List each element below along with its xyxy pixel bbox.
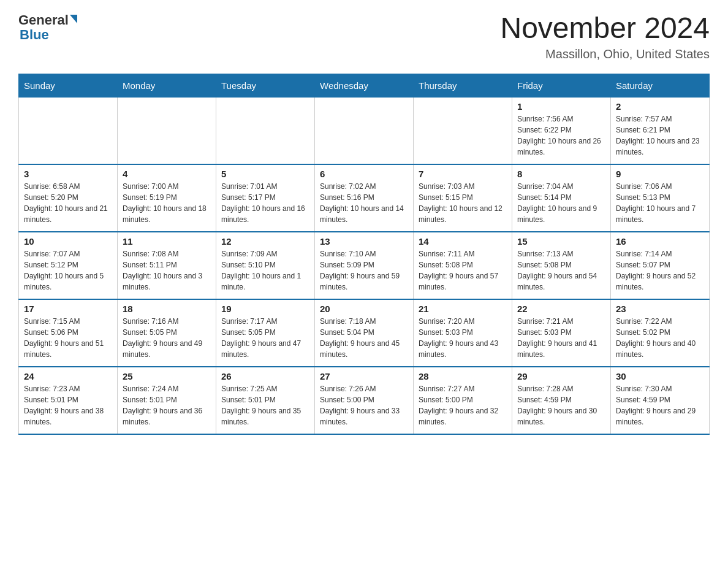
calendar-day-cell: 27Sunrise: 7:26 AMSunset: 5:00 PMDayligh…	[315, 367, 414, 434]
day-number: 5	[221, 169, 309, 179]
day-of-week-header: Friday	[512, 74, 611, 97]
calendar-day-cell: 9Sunrise: 7:06 AMSunset: 5:13 PMDaylight…	[611, 164, 710, 232]
calendar-day-cell: 20Sunrise: 7:18 AMSunset: 5:04 PMDayligh…	[315, 299, 414, 367]
day-info: Sunrise: 7:56 AMSunset: 6:22 PMDaylight:…	[517, 113, 605, 158]
day-info: Sunrise: 7:09 AMSunset: 5:10 PMDaylight:…	[221, 248, 309, 293]
day-info: Sunrise: 7:28 AMSunset: 4:59 PMDaylight:…	[517, 383, 605, 427]
logo-blue-text: Blue	[20, 27, 49, 43]
day-info: Sunrise: 7:04 AMSunset: 5:14 PMDaylight:…	[517, 181, 605, 225]
calendar-day-cell: 6Sunrise: 7:02 AMSunset: 5:16 PMDaylight…	[315, 164, 414, 232]
day-number: 3	[24, 169, 112, 179]
calendar-day-cell: 10Sunrise: 7:07 AMSunset: 5:12 PMDayligh…	[19, 232, 118, 299]
day-of-week-header: Thursday	[414, 74, 512, 97]
calendar-day-cell: 7Sunrise: 7:03 AMSunset: 5:15 PMDaylight…	[414, 164, 512, 232]
day-info: Sunrise: 7:25 AMSunset: 5:01 PMDaylight:…	[221, 383, 309, 427]
calendar-day-cell: 28Sunrise: 7:27 AMSunset: 5:00 PMDayligh…	[414, 367, 512, 434]
month-title: November 2024	[500, 12, 710, 45]
day-info: Sunrise: 7:26 AMSunset: 5:00 PMDaylight:…	[320, 383, 408, 427]
day-number: 13	[320, 236, 408, 247]
day-info: Sunrise: 7:06 AMSunset: 5:13 PMDaylight:…	[616, 181, 704, 225]
day-info: Sunrise: 7:01 AMSunset: 5:17 PMDaylight:…	[221, 181, 309, 225]
day-info: Sunrise: 7:23 AMSunset: 5:01 PMDaylight:…	[24, 383, 112, 427]
calendar-day-cell: 16Sunrise: 7:14 AMSunset: 5:07 PMDayligh…	[611, 232, 710, 299]
day-number: 10	[24, 236, 112, 247]
day-number: 2	[616, 101, 704, 112]
calendar-day-cell: 4Sunrise: 7:00 AMSunset: 5:19 PMDaylight…	[118, 164, 216, 232]
calendar-week-row: 1Sunrise: 7:56 AMSunset: 6:22 PMDaylight…	[19, 97, 710, 164]
day-info: Sunrise: 7:16 AMSunset: 5:05 PMDaylight:…	[123, 316, 211, 360]
day-number: 24	[24, 371, 112, 381]
day-info: Sunrise: 7:20 AMSunset: 5:03 PMDaylight:…	[419, 316, 507, 360]
day-info: Sunrise: 7:11 AMSunset: 5:08 PMDaylight:…	[419, 248, 507, 293]
day-number: 27	[320, 371, 408, 381]
day-info: Sunrise: 7:18 AMSunset: 5:04 PMDaylight:…	[320, 316, 408, 360]
day-info: Sunrise: 7:57 AMSunset: 6:21 PMDaylight:…	[616, 113, 704, 158]
calendar-day-cell: 3Sunrise: 6:58 AMSunset: 5:20 PMDaylight…	[19, 164, 118, 232]
calendar-day-cell: 19Sunrise: 7:17 AMSunset: 5:05 PMDayligh…	[216, 299, 315, 367]
day-number: 4	[123, 169, 211, 179]
day-number: 23	[616, 304, 704, 314]
calendar-day-cell: 24Sunrise: 7:23 AMSunset: 5:01 PMDayligh…	[19, 367, 118, 434]
calendar-day-cell: 18Sunrise: 7:16 AMSunset: 5:05 PMDayligh…	[118, 299, 216, 367]
calendar-day-cell: 29Sunrise: 7:28 AMSunset: 4:59 PMDayligh…	[512, 367, 611, 434]
calendar-header: SundayMondayTuesdayWednesdayThursdayFrid…	[19, 74, 710, 97]
day-number: 18	[123, 304, 211, 314]
calendar-week-row: 17Sunrise: 7:15 AMSunset: 5:06 PMDayligh…	[19, 299, 710, 367]
day-info: Sunrise: 6:58 AMSunset: 5:20 PMDaylight:…	[24, 181, 112, 225]
day-number: 14	[419, 236, 507, 247]
day-number: 30	[616, 371, 704, 381]
calendar-day-cell	[414, 97, 512, 164]
day-number: 19	[221, 304, 309, 314]
day-number: 22	[517, 304, 605, 314]
calendar-day-cell: 30Sunrise: 7:30 AMSunset: 4:59 PMDayligh…	[611, 367, 710, 434]
day-number: 9	[616, 169, 704, 179]
calendar-day-cell	[315, 97, 414, 164]
day-info: Sunrise: 7:14 AMSunset: 5:07 PMDaylight:…	[616, 248, 704, 293]
day-number: 6	[320, 169, 408, 179]
calendar-week-row: 24Sunrise: 7:23 AMSunset: 5:01 PMDayligh…	[19, 367, 710, 434]
day-info: Sunrise: 7:24 AMSunset: 5:01 PMDaylight:…	[123, 383, 211, 427]
calendar-day-cell: 2Sunrise: 7:57 AMSunset: 6:21 PMDaylight…	[611, 97, 710, 164]
calendar-day-cell: 23Sunrise: 7:22 AMSunset: 5:02 PMDayligh…	[611, 299, 710, 367]
day-info: Sunrise: 7:13 AMSunset: 5:08 PMDaylight:…	[517, 248, 605, 293]
day-number: 29	[517, 371, 605, 381]
day-of-week-header: Tuesday	[216, 74, 315, 97]
calendar-day-cell: 21Sunrise: 7:20 AMSunset: 5:03 PMDayligh…	[414, 299, 512, 367]
day-info: Sunrise: 7:02 AMSunset: 5:16 PMDaylight:…	[320, 181, 408, 225]
logo-general-text: General	[18, 12, 69, 28]
calendar-day-cell: 12Sunrise: 7:09 AMSunset: 5:10 PMDayligh…	[216, 232, 315, 299]
day-number: 17	[24, 304, 112, 314]
calendar-week-row: 3Sunrise: 6:58 AMSunset: 5:20 PMDaylight…	[19, 164, 710, 232]
calendar-day-cell	[118, 97, 216, 164]
day-number: 1	[517, 101, 605, 112]
calendar-week-row: 10Sunrise: 7:07 AMSunset: 5:12 PMDayligh…	[19, 232, 710, 299]
calendar-day-cell: 17Sunrise: 7:15 AMSunset: 5:06 PMDayligh…	[19, 299, 118, 367]
day-number: 15	[517, 236, 605, 247]
location-text: Massillon, Ohio, United States	[500, 47, 710, 61]
day-of-week-header: Monday	[118, 74, 216, 97]
calendar-day-cell: 13Sunrise: 7:10 AMSunset: 5:09 PMDayligh…	[315, 232, 414, 299]
day-info: Sunrise: 7:21 AMSunset: 5:03 PMDaylight:…	[517, 316, 605, 360]
day-number: 12	[221, 236, 309, 247]
calendar-day-cell: 5Sunrise: 7:01 AMSunset: 5:17 PMDaylight…	[216, 164, 315, 232]
calendar-day-cell: 22Sunrise: 7:21 AMSunset: 5:03 PMDayligh…	[512, 299, 611, 367]
day-number: 8	[517, 169, 605, 179]
calendar-day-cell: 26Sunrise: 7:25 AMSunset: 5:01 PMDayligh…	[216, 367, 315, 434]
day-info: Sunrise: 7:07 AMSunset: 5:12 PMDaylight:…	[24, 248, 112, 293]
day-info: Sunrise: 7:00 AMSunset: 5:19 PMDaylight:…	[123, 181, 211, 225]
calendar-table: SundayMondayTuesdayWednesdayThursdayFrid…	[18, 74, 710, 435]
calendar-day-cell: 14Sunrise: 7:11 AMSunset: 5:08 PMDayligh…	[414, 232, 512, 299]
days-of-week-row: SundayMondayTuesdayWednesdayThursdayFrid…	[19, 74, 710, 97]
day-info: Sunrise: 7:03 AMSunset: 5:15 PMDaylight:…	[419, 181, 507, 225]
day-info: Sunrise: 7:08 AMSunset: 5:11 PMDaylight:…	[123, 248, 211, 293]
day-number: 25	[123, 371, 211, 381]
day-info: Sunrise: 7:30 AMSunset: 4:59 PMDaylight:…	[616, 383, 704, 427]
calendar-day-cell: 15Sunrise: 7:13 AMSunset: 5:08 PMDayligh…	[512, 232, 611, 299]
day-info: Sunrise: 7:22 AMSunset: 5:02 PMDaylight:…	[616, 316, 704, 360]
day-info: Sunrise: 7:15 AMSunset: 5:06 PMDaylight:…	[24, 316, 112, 360]
logo-arrow-icon	[70, 15, 77, 23]
day-info: Sunrise: 7:10 AMSunset: 5:09 PMDaylight:…	[320, 248, 408, 293]
calendar-body: 1Sunrise: 7:56 AMSunset: 6:22 PMDaylight…	[19, 97, 710, 434]
day-number: 26	[221, 371, 309, 381]
day-info: Sunrise: 7:27 AMSunset: 5:00 PMDaylight:…	[419, 383, 507, 427]
